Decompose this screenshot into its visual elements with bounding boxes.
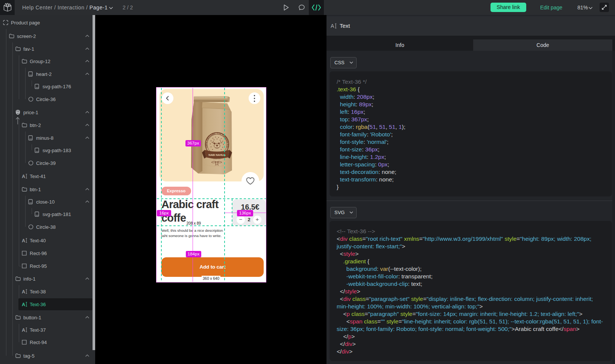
svg-text:A: A — [22, 328, 25, 333]
svg-text:NABI NAHUA: NABI NAHUA — [208, 153, 226, 157]
svg-text:A: A — [22, 238, 25, 243]
svg-text:SINCE 1932: SINCE 1932 — [213, 158, 221, 160]
svg-text:A: A — [22, 174, 25, 179]
svg-text:A: A — [22, 302, 25, 307]
svg-text:A: A — [331, 23, 334, 29]
svg-text:A: A — [22, 289, 25, 295]
